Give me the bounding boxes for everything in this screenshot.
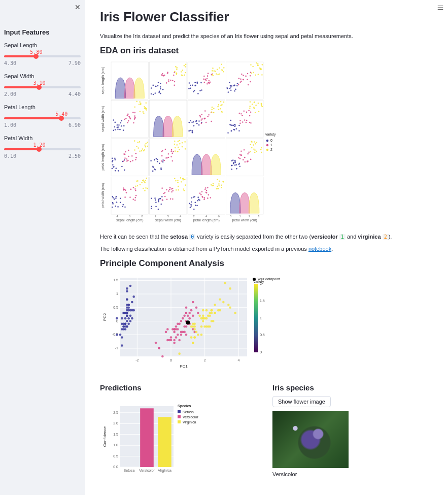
slider-thumb[interactable] [33,54,39,59]
slider-track[interactable]: 5.80 [4,55,81,57]
svg-text:4: 4 [237,358,239,362]
svg-point-749 [178,352,181,355]
svg-point-273 [246,121,247,123]
svg-point-495 [155,199,156,201]
svg-point-740 [180,320,183,322]
svg-point-558 [193,196,194,197]
svg-point-282 [249,107,251,109]
svg-point-325 [135,153,136,154]
slider-sepal-width[interactable]: Sepal Width 3.10 2.00 4.40 [4,73,81,97]
svg-point-149 [118,124,120,125]
svg-point-288 [258,111,260,112]
svg-point-481 [146,177,147,179]
svg-point-389 [177,144,178,146]
svg-text:1.0: 1.0 [113,443,118,447]
svg-point-332 [136,146,137,147]
svg-point-752 [219,298,221,301]
svg-point-115 [227,87,228,89]
svg-point-418 [244,156,246,158]
svg-point-144 [252,65,254,67]
slider-max: 2.50 [68,153,81,159]
svg-point-553 [189,203,190,204]
svg-point-244 [213,108,215,109]
svg-point-524 [161,187,163,189]
svg-point-688 [124,328,127,331]
svg-point-616 [266,144,268,146]
svg-point-683 [122,312,125,314]
slider-thumb[interactable] [59,116,64,121]
svg-point-665 [116,317,118,319]
svg-point-13 [158,82,159,83]
predictions-heading: Predictions [100,383,260,392]
svg-point-654 [126,320,128,322]
svg-text:Setosa: Setosa [183,410,194,414]
svg-point-250 [230,119,232,121]
svg-point-462 [132,199,134,200]
svg-point-686 [129,314,132,317]
slider-track[interactable]: 3.10 [4,86,81,88]
svg-point-590 [217,188,219,189]
notebook-link[interactable]: notebook [308,246,331,252]
svg-point-136 [253,72,254,73]
svg-point-357 [162,161,164,162]
svg-point-276 [246,111,248,113]
svg-point-145 [255,74,256,76]
svg-point-235 [221,111,223,113]
svg-point-108 [230,86,232,88]
svg-point-550 [190,205,192,207]
svg-point-614 [266,139,268,141]
svg-point-182 [140,111,141,112]
svg-point-334 [137,147,139,149]
svg-point-23 [174,81,176,82]
svg-text:0.5: 0.5 [113,454,118,457]
svg-rect-796 [254,284,258,352]
svg-point-484 [144,181,145,182]
close-icon[interactable]: ✕ [75,3,81,11]
svg-point-248 [227,132,229,134]
svg-text:2: 2 [193,215,195,218]
slider-petal-width[interactable]: Petal Width 1.20 0.10 2.50 [4,135,81,159]
svg-point-413 [239,158,241,159]
svg-point-150 [123,125,125,126]
svg-point-379 [185,148,186,150]
svg-point-274 [248,110,250,111]
svg-point-529 [182,178,184,179]
svg-point-551 [199,199,200,201]
slider-track[interactable]: 5.40 [4,117,81,119]
svg-point-531 [177,182,179,183]
svg-point-784 [202,309,204,311]
slider-thumb[interactable] [37,147,42,152]
svg-point-681 [119,333,122,336]
svg-point-435 [251,147,253,148]
svg-point-764 [190,336,193,339]
svg-point-391 [184,141,186,143]
svg-point-443 [256,150,258,152]
svg-point-467 [135,194,137,196]
slider-label: Sepal Length [4,42,81,48]
page-title: Iris Flower Classifier [100,9,433,25]
svg-point-439 [261,147,262,148]
svg-point-538 [183,188,184,190]
svg-point-246 [220,105,222,106]
svg-text:Virginica: Virginica [158,469,171,473]
svg-text:sepal length (cm): sepal length (cm) [101,67,105,94]
svg-point-169 [128,116,130,117]
svg-point-522 [164,195,166,197]
hamburger-icon[interactable] [437,4,444,13]
slider-track[interactable]: 1.20 [4,148,81,150]
svg-point-293 [255,112,256,113]
svg-point-498 [151,208,152,209]
svg-point-266 [249,115,251,116]
svg-point-727 [180,333,183,336]
slider-sepal-length[interactable]: Sepal Length 5.80 4.30 7.90 [4,42,81,66]
svg-point-719 [192,314,194,317]
svg-point-279 [242,121,244,123]
svg-point-72 [209,80,210,81]
show-flower-button[interactable]: Show flower image [272,396,331,407]
svg-point-514 [164,192,166,193]
slider-thumb[interactable] [37,85,42,90]
slider-petal-length[interactable]: Petal Length 5.40 1.00 6.90 [4,104,81,128]
svg-point-747 [211,320,213,322]
svg-point-447 [120,202,121,203]
svg-point-437 [260,149,262,150]
